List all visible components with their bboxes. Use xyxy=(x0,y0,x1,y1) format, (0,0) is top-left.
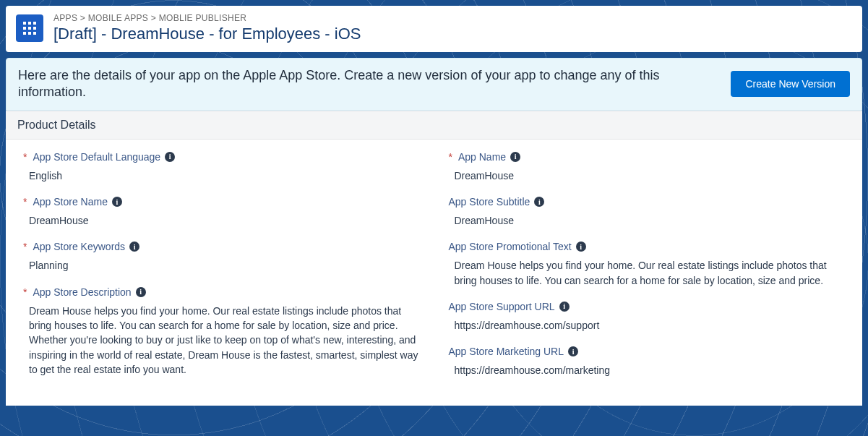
required-indicator: * xyxy=(23,151,27,163)
field: *App Store NameiDreamHouse xyxy=(23,196,420,228)
details-left-column: *App Store Default LanguageiEnglish*App … xyxy=(23,151,420,391)
info-icon[interactable]: i xyxy=(129,241,139,252)
required-indicator: * xyxy=(23,196,27,208)
field-label: App Store Subtitlei xyxy=(449,196,846,208)
field: App Store Marketing URLihttps://dreamhou… xyxy=(449,346,846,377)
details-right-column: *App NameiDreamHouseApp Store SubtitleiD… xyxy=(449,151,846,391)
svg-rect-8 xyxy=(33,32,36,35)
field: App Store Promotional TextiDream House h… xyxy=(449,241,846,288)
field: *App Store KeywordsiPlanning xyxy=(23,241,420,273)
grid-icon xyxy=(21,20,38,37)
info-icon[interactable]: i xyxy=(568,346,578,356)
info-icon[interactable]: i xyxy=(112,197,122,207)
field-label-text: App Name xyxy=(458,151,506,163)
info-icon[interactable]: i xyxy=(534,197,544,207)
page-root: APPS > MOBILE APPS > MOBLIE PUBLISHER [D… xyxy=(0,0,868,436)
svg-rect-3 xyxy=(23,27,26,30)
required-indicator: * xyxy=(23,241,27,252)
field-value: English xyxy=(23,168,420,183)
field-label-text: App Store Subtitle xyxy=(449,196,530,208)
create-new-version-button[interactable]: Create New Version xyxy=(731,71,850,97)
required-indicator: * xyxy=(449,151,452,163)
field-label-text: App Store Keywords xyxy=(33,241,125,252)
field-label-text: App Store Default Language xyxy=(33,151,160,163)
field-label-text: App Store Support URL xyxy=(449,301,555,312)
required-indicator: * xyxy=(23,286,27,298)
banner-text: Here are the details of your app on the … xyxy=(18,67,712,101)
svg-rect-1 xyxy=(28,22,31,25)
field: App Store Support URLihttps://dreamhouse… xyxy=(449,301,846,333)
field-value: Dream House helps you find your home. Ou… xyxy=(23,304,420,377)
product-details-header: Product Details xyxy=(6,111,862,140)
field: *App Store Default LanguageiEnglish xyxy=(23,151,420,183)
svg-rect-2 xyxy=(33,22,36,25)
product-details-body: *App Store Default LanguageiEnglish*App … xyxy=(6,140,862,406)
field-value: Planning xyxy=(23,258,420,273)
field-value: DreamHouse xyxy=(449,168,846,183)
field-label-text: App Store Promotional Text xyxy=(449,241,572,252)
svg-rect-7 xyxy=(28,32,31,35)
svg-rect-0 xyxy=(23,22,26,25)
field-label: App Store Promotional Texti xyxy=(449,241,846,252)
field-label-text: App Store Marketing URL xyxy=(449,346,564,357)
field-label: *App Namei xyxy=(449,151,846,163)
info-icon[interactable]: i xyxy=(510,152,520,162)
header-text-block: APPS > MOBILE APPS > MOBLIE PUBLISHER [D… xyxy=(53,13,361,43)
breadcrumb-link[interactable]: APPS xyxy=(53,13,77,23)
field-label: *App Store Keywordsi xyxy=(23,241,420,252)
breadcrumb-link[interactable]: MOBLIE PUBLISHER xyxy=(159,13,247,23)
field-value: DreamHouse xyxy=(449,213,846,228)
info-icon[interactable]: i xyxy=(165,152,175,162)
field-value: https://dreamhouse.com/support xyxy=(449,318,846,333)
info-icon[interactable]: i xyxy=(559,302,570,312)
field-label: *App Store Descriptioni xyxy=(23,286,420,298)
app-grid-icon xyxy=(16,14,43,42)
field-value: https://dreamhouse.com/marketing xyxy=(449,363,846,377)
field-value: Dream House helps you find your home. Ou… xyxy=(449,258,846,288)
field-value: DreamHouse xyxy=(23,213,420,228)
field: App Store SubtitleiDreamHouse xyxy=(449,196,846,228)
svg-rect-6 xyxy=(23,32,26,35)
field-label-text: App Store Description xyxy=(33,286,131,298)
field: *App NameiDreamHouse xyxy=(449,151,846,183)
svg-rect-5 xyxy=(33,27,36,30)
field-label-text: App Store Name xyxy=(33,196,108,208)
svg-rect-4 xyxy=(28,27,31,30)
info-icon[interactable]: i xyxy=(576,241,586,252)
field: *App Store DescriptioniDream House helps… xyxy=(23,286,420,377)
field-label: App Store Support URLi xyxy=(449,301,846,312)
info-icon[interactable]: i xyxy=(136,287,146,297)
field-label: App Store Marketing URLi xyxy=(449,346,846,357)
breadcrumb: APPS > MOBILE APPS > MOBLIE PUBLISHER xyxy=(53,13,361,23)
page-title: [Draft] - DreamHouse - for Employees - i… xyxy=(53,25,361,43)
field-label: *App Store Default Languagei xyxy=(23,151,420,163)
page-header-card: APPS > MOBILE APPS > MOBLIE PUBLISHER [D… xyxy=(6,6,862,52)
breadcrumb-link[interactable]: MOBILE APPS xyxy=(88,13,148,23)
info-banner: Here are the details of your app on the … xyxy=(6,58,862,111)
field-label: *App Store Namei xyxy=(23,196,420,208)
